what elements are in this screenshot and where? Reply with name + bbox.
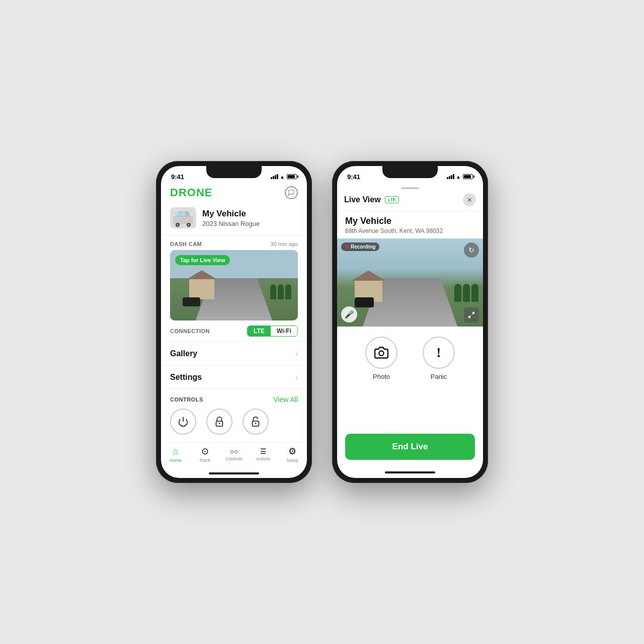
view-all-link[interactable]: View All [273,395,298,404]
phone-1-content: DRONE [161,184,307,478]
battery-fill-1 [288,175,295,178]
wifi-icon-2: ▲ [456,174,460,180]
live-tree-1 [454,284,461,302]
gallery-chevron: › [295,350,298,358]
live-trees [454,284,478,302]
svg-point-9 [219,423,220,424]
p2-signal-bar-4 [453,174,454,179]
phone-1-time: 9:41 [171,173,184,181]
phone-2-status-icons: ▲ [447,174,473,180]
panic-action[interactable]: ! Panic [423,337,455,380]
battery-fill-2 [464,175,471,178]
p2-vehicle-address: 68th Avenue South, Kent, WA 98032 [345,227,475,234]
connection-row: CONNECTION LTE Wi-Fi [161,320,307,342]
svg-rect-2 [181,212,185,216]
tree-2 [278,284,284,299]
phone-2-time: 9:41 [347,173,360,181]
dashcam-trees [270,284,291,299]
drag-handle [401,187,419,189]
dashcam-time: 30 min ago [271,241,298,247]
gallery-label: Gallery [170,349,197,358]
settings-label: Settings [170,373,202,382]
bottom-nav: ⌂ Home ⊙ Track ○○ Controls ☰ Activity [161,442,307,469]
live-view-header: Live View LTE ✕ [337,190,483,211]
dashcam-parked-car [183,297,200,306]
tree-3 [285,284,291,299]
tree-1 [270,284,276,299]
drone-logo: DRONE [170,186,212,199]
phone-2: 9:41 ▲ [332,161,488,483]
p2-signal-bar-3 [451,175,452,179]
lock-icon-2 [250,416,261,427]
phone-1-inner: 9:41 ▲ [161,166,307,478]
nav-controls[interactable]: ○○ Controls [223,447,245,461]
p2-signal-bar-2 [449,176,450,179]
phones-container: 9:41 ▲ [156,161,488,483]
p2-spacer [337,385,483,430]
home-bar-1 [209,472,259,474]
power-button[interactable] [170,409,196,435]
wifi-icon-1: ▲ [280,174,284,180]
dashcam-label: DASH CAM [170,241,202,247]
svg-point-5 [177,224,179,226]
vehicle-text-1: My Vehicle 2023 Nissan Rogue [202,209,260,227]
settings-menu-item[interactable]: Settings › [161,366,307,389]
live-tree-3 [471,284,478,302]
activity-icon: ☰ [260,447,267,455]
controls-row [170,409,298,435]
vehicle-model-1: 2023 Nissan Rogue [202,220,260,227]
svg-point-11 [255,423,257,424]
gallery-menu-item[interactable]: Gallery › [161,342,307,366]
exclamation-icon: ! [436,345,441,361]
vehicle-avatar-1 [170,207,196,228]
photo-circle [365,337,397,369]
close-button[interactable]: ✕ [463,193,476,206]
lock-button-1[interactable] [206,409,232,435]
refresh-button[interactable]: ↻ [464,243,479,258]
nav-activity[interactable]: ☰ Activity [252,447,274,461]
live-camera: Recording ↻ 🎤 [337,238,483,327]
camera-icon [374,346,388,360]
p2-vehicle-info: My Vehicle 68th Avenue South, Kent, WA 9… [337,211,483,238]
lte-toggle[interactable]: LTE [248,326,271,336]
svg-rect-0 [173,216,193,224]
signal-bars-2 [447,174,454,179]
settings-chevron: › [295,373,298,381]
home-indicator-1 [161,469,307,478]
lock-button-2[interactable] [243,409,269,435]
tap-live-view-btn[interactable]: Tap for Live View [175,255,230,265]
nav-home[interactable]: ⌂ Home [165,446,187,463]
battery-body-2 [463,174,473,179]
p1-scroll-area[interactable]: DASH CAM 30 min ago [161,235,307,442]
nav-setup[interactable]: ⚙ Setup [281,446,303,463]
nav-track-label: Track [199,458,210,463]
live-view-title-row: Live View LTE [344,195,399,204]
vehicle-info-1: My Vehicle 2023 Nissan Rogue [161,203,307,235]
expand-button[interactable] [464,307,479,323]
wifi-toggle[interactable]: Wi-Fi [271,326,297,336]
chat-icon[interactable] [285,186,298,199]
home-indicator-2 [337,467,483,478]
live-scene [337,238,483,327]
end-live-button[interactable]: End Live [345,434,475,460]
expand-icon [468,311,475,318]
signal-bar-3 [275,175,276,179]
actions-row: Photo ! Panic [337,327,483,385]
home-bar-2 [385,471,435,473]
panic-circle: ! [423,337,455,369]
photo-label: Photo [373,373,390,380]
svg-point-14 [379,351,383,356]
phone-1: 9:41 ▲ [156,161,312,483]
nav-track[interactable]: ⊙ Track [194,446,216,463]
phone-1-status-icons: ▲ [271,174,297,180]
battery-1 [286,174,297,179]
dashcam-house [189,279,214,299]
track-icon: ⊙ [201,446,209,457]
photo-action[interactable]: Photo [365,337,397,380]
lte-badge: LTE [385,196,399,203]
mic-button[interactable]: 🎤 [341,306,357,323]
dashcam-section-header: DASH CAM 30 min ago [161,235,307,250]
recording-dot [345,245,349,249]
dashcam-preview[interactable]: Tap for Live View [170,250,298,320]
nav-controls-label: Controls [225,456,243,461]
